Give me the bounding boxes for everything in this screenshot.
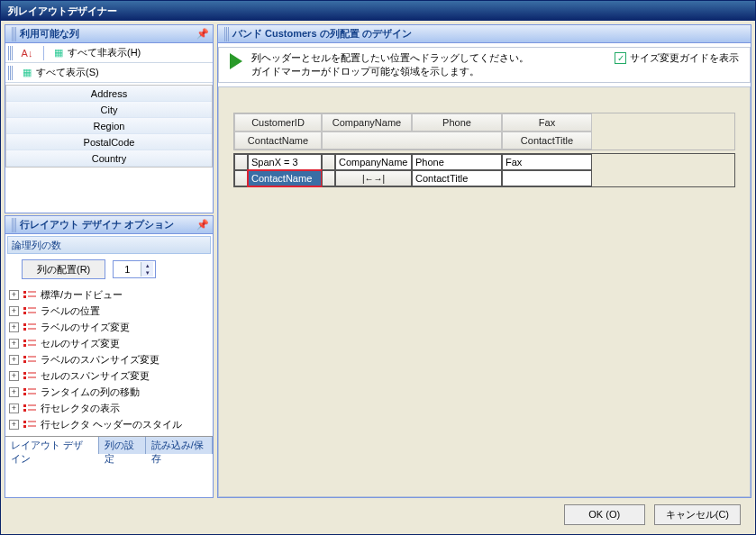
header-grid: CustomerID CompanyName Phone Fax Contact… xyxy=(233,113,735,150)
prop-icon xyxy=(23,371,37,380)
logical-cols-label: 論理列の数 xyxy=(7,236,211,254)
design-header-label: バンド Customers の列配置 のデザイン xyxy=(232,27,412,41)
cell-contactname-selected[interactable]: ContactName xyxy=(248,170,322,186)
row-selector[interactable] xyxy=(234,170,248,186)
pin-icon[interactable]: 📌 xyxy=(196,219,209,231)
ok-button[interactable]: OK (O) xyxy=(564,504,645,525)
cell-phone[interactable]: Phone xyxy=(412,154,502,170)
tree-item[interactable]: +セルのスパンサイズ変更 xyxy=(9,367,209,384)
head-contactname[interactable]: ContactName xyxy=(234,131,322,150)
cell-empty[interactable] xyxy=(502,170,592,186)
svg-rect-5 xyxy=(23,312,26,314)
list-item[interactable]: Country xyxy=(6,150,212,167)
tab-layout-design[interactable]: レイアウト デザイン xyxy=(5,437,99,454)
column-count-input[interactable] xyxy=(114,264,141,275)
head-customerid[interactable]: CustomerID xyxy=(234,113,322,131)
tree-item[interactable]: +ラベルのサイズ変更 xyxy=(9,319,209,335)
options-header: 行レイアウト デザイナ オプション 📌 xyxy=(5,216,213,234)
row-selector[interactable] xyxy=(234,154,248,170)
hide-all-label: すべて非表示(H) xyxy=(68,46,141,59)
svg-rect-9 xyxy=(23,328,26,331)
row-selector[interactable] xyxy=(322,154,335,170)
info-line1: 列ヘッダーとセルを配置したい位置へドラッグしてください。 xyxy=(251,51,529,65)
spin-up[interactable]: ▲ xyxy=(141,262,153,269)
grip-icon xyxy=(12,218,17,232)
svg-rect-8 xyxy=(23,323,26,326)
grip-icon xyxy=(224,27,230,41)
grip-icon xyxy=(12,27,17,41)
head-contacttitle[interactable]: ContactTitle xyxy=(502,131,592,150)
tree-item[interactable]: +行セレクタ ヘッダーのスタイル xyxy=(9,416,209,432)
svg-rect-33 xyxy=(23,425,26,428)
expand-icon[interactable]: + xyxy=(9,355,19,365)
svg-rect-12 xyxy=(23,340,26,342)
sort-button[interactable]: A↓ xyxy=(16,44,40,62)
tree-item[interactable]: +ラベルの位置 xyxy=(9,303,209,319)
head-phone[interactable]: Phone xyxy=(412,113,502,131)
row-selector[interactable] xyxy=(322,170,335,186)
design-panel: バンド Customers の列配置 のデザイン 列ヘッダーとセルを配置したい位… xyxy=(217,24,751,498)
column-count-spinner[interactable]: ▲▼ xyxy=(113,260,156,278)
expand-icon[interactable]: + xyxy=(9,371,19,381)
svg-rect-16 xyxy=(23,356,26,358)
cancel-button[interactable]: キャンセル(C) xyxy=(654,504,741,525)
expand-icon[interactable]: + xyxy=(9,387,19,397)
svg-rect-28 xyxy=(23,404,26,407)
expand-icon[interactable]: + xyxy=(9,404,19,413)
expand-icon[interactable]: + xyxy=(9,290,19,300)
svg-rect-0 xyxy=(23,291,26,294)
cell-fax[interactable]: Fax xyxy=(502,154,592,170)
head-companyname[interactable]: CompanyName xyxy=(322,113,412,131)
design-surface[interactable]: CustomerID CompanyName Phone Fax Contact… xyxy=(218,86,751,497)
tree-item[interactable]: +ランタイムの列の移動 xyxy=(9,384,209,400)
tree-item[interactable]: +ラベルのスパンサイズ変更 xyxy=(9,351,209,367)
hide-all-button[interactable]: ▦ すべて非表示(H) xyxy=(48,44,144,62)
expand-icon[interactable]: + xyxy=(9,322,19,332)
list-item[interactable]: Region xyxy=(6,118,212,134)
expand-icon[interactable]: + xyxy=(9,420,19,430)
svg-rect-29 xyxy=(23,409,26,412)
cell-spanx[interactable]: SpanX = 3 xyxy=(248,154,322,170)
show-guides-checkbox[interactable]: ✓ サイズ変更ガイドを表示 xyxy=(615,51,739,65)
available-columns-list: Address City Region PostalCode Country xyxy=(5,85,213,168)
available-columns-header: 利用可能な列 📌 xyxy=(5,25,213,43)
options-panel: 行レイアウト デザイナ オプション 📌 論理列の数 列の配置(R) ▲▼ xyxy=(5,215,214,498)
svg-rect-13 xyxy=(23,344,26,347)
grip-icon xyxy=(8,46,14,60)
expand-icon[interactable]: + xyxy=(9,339,19,349)
title-text: 列レイアウトデザイナー xyxy=(8,5,117,16)
show-all-label: すべて表示(S) xyxy=(36,66,99,79)
tree-item[interactable]: +セルのサイズ変更 xyxy=(9,335,209,351)
title-bar[interactable]: 列レイアウトデザイナー xyxy=(1,1,755,21)
svg-rect-25 xyxy=(23,393,26,395)
tree-item[interactable]: +標準/カードビュー xyxy=(9,286,209,303)
pin-icon[interactable]: 📌 xyxy=(196,28,209,40)
cell-company[interactable]: CompanyName xyxy=(335,154,412,170)
expand-icon[interactable]: + xyxy=(9,306,19,316)
dialog-window: 列レイアウトデザイナー 利用可能な列 📌 A↓ xyxy=(0,0,756,535)
tree-item[interactable]: +行セレクタの表示 xyxy=(9,400,209,416)
column-arrange-button[interactable]: 列の配置(R) xyxy=(22,259,105,279)
spin-down[interactable]: ▼ xyxy=(141,269,153,277)
tab-column-settings[interactable]: 列の設定 xyxy=(99,437,146,454)
cell-contacttitle[interactable]: ContactTitle xyxy=(412,170,502,186)
prop-icon xyxy=(23,339,37,348)
list-item[interactable]: City xyxy=(6,102,212,118)
drag-handle-cell[interactable]: |←→| xyxy=(335,170,412,186)
prop-icon xyxy=(23,306,37,315)
show-all-button[interactable]: ▦ すべて表示(S) xyxy=(16,64,103,82)
data-grid: SpanX = 3 CompanyName Phone Fax ContactN… xyxy=(233,153,735,187)
svg-rect-32 xyxy=(23,421,26,423)
tab-load-save[interactable]: 読み込み/保存 xyxy=(146,437,213,454)
head-fax[interactable]: Fax xyxy=(502,113,592,131)
list-item[interactable]: PostalCode xyxy=(6,134,212,150)
list-item[interactable]: Address xyxy=(6,86,212,102)
grid-icon: ▦ xyxy=(51,46,66,60)
info-bar: 列ヘッダーとセルを配置したい位置へドラッグしてください。 ガイドマーカーがドロッ… xyxy=(218,47,751,83)
play-icon xyxy=(230,53,242,69)
prop-icon xyxy=(23,404,37,413)
grip-icon xyxy=(8,66,14,80)
available-columns-panel: 利用可能な列 📌 A↓ ▦ すべて非表示(H) xyxy=(5,24,214,213)
grid-icon: ▦ xyxy=(20,66,34,80)
sort-icon: A↓ xyxy=(20,46,34,60)
